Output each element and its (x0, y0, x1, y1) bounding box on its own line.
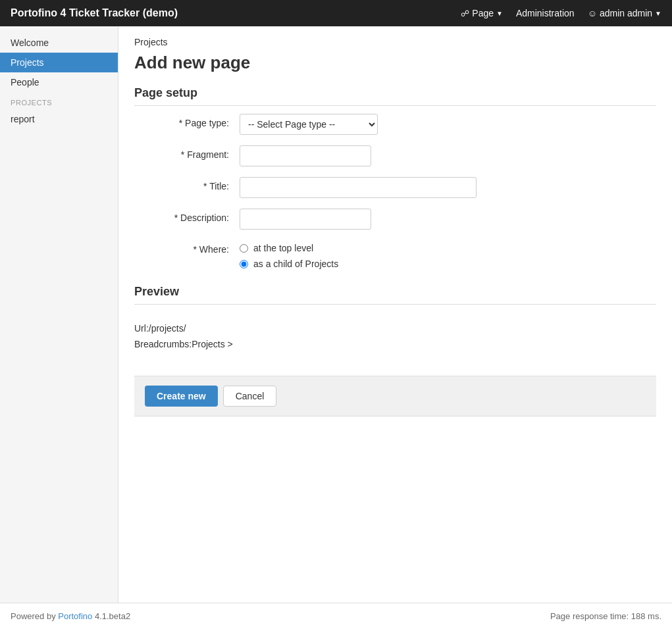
preview-title: Preview (134, 285, 656, 305)
action-bar: Create new Cancel (134, 376, 656, 416)
title-label: * Title: (134, 177, 240, 191)
preview-url-label: Url: (134, 323, 149, 334)
content-area: Projects Add new page Page setup * Page … (118, 26, 672, 603)
sidebar-item-projects[interactable]: Projects (0, 53, 118, 72)
footer-portofino-link[interactable]: Portofino (58, 611, 92, 621)
description-label: * Description: (134, 209, 240, 223)
where-child-option[interactable]: as a child of Projects (240, 259, 338, 269)
form-group-title: * Title: (134, 177, 656, 198)
title-input[interactable] (240, 177, 477, 198)
where-label: * Where: (134, 240, 240, 255)
breadcrumb: Projects (134, 37, 656, 47)
sidebar-section-projects: PROJECTS (0, 92, 118, 109)
preview-breadcrumbs-value: Projects > (192, 339, 233, 349)
preview-section: Preview Url:/projects/ Breadcrumbs:Proje… (134, 285, 656, 370)
page-title: Add new page (134, 53, 656, 73)
form-group-fragment: * Fragment: (134, 145, 656, 166)
page-menu-label: Page (472, 8, 494, 18)
page-menu-caret: ▼ (496, 10, 503, 17)
footer-powered-by: Powered by (11, 611, 58, 621)
sidebar: Welcome Projects People PROJECTS report (0, 26, 118, 603)
sidebar-item-report[interactable]: report (0, 109, 118, 129)
user-menu[interactable]: ☺ admin admin ▼ (588, 8, 661, 18)
page-menu[interactable]: ☍ Page ▼ (461, 8, 503, 18)
fragment-label: * Fragment: (134, 145, 240, 160)
form-group-where: * Where: at the top level as a child of … (134, 240, 656, 269)
where-child-radio[interactable] (240, 260, 248, 268)
page-type-label: * Page type: (134, 114, 240, 128)
where-radio-group: at the top level as a child of Projects (240, 240, 338, 269)
section-title-setup: Page setup (134, 86, 656, 106)
where-top-level-radio[interactable] (240, 244, 248, 253)
description-input[interactable] (240, 209, 371, 230)
page-icon: ☍ (461, 9, 469, 18)
cancel-button[interactable]: Cancel (223, 386, 277, 407)
preview-breadcrumbs-label: Breadcrumbs: (134, 339, 192, 349)
user-label: admin admin (600, 8, 652, 18)
user-menu-caret: ▼ (655, 10, 661, 17)
preview-url-row: Url:/projects/ (134, 323, 656, 334)
administration-link[interactable]: Administration (516, 8, 575, 18)
where-top-level-label: at the top level (253, 243, 313, 253)
sidebar-item-welcome[interactable]: Welcome (0, 33, 118, 53)
where-child-label: as a child of Projects (253, 259, 338, 269)
app-title: Portofino 4 Ticket Tracker (demo) (11, 7, 461, 19)
form-group-description: * Description: (134, 209, 656, 230)
page-type-select[interactable]: -- Select Page type -- Crud Chart Text R… (240, 114, 378, 135)
footer-version: 4.1.beta2 (92, 611, 130, 621)
where-top-level-option[interactable]: at the top level (240, 243, 338, 253)
administration-label: Administration (516, 8, 575, 18)
form-group-page-type: * Page type: -- Select Page type -- Crud… (134, 114, 656, 135)
user-icon: ☺ (588, 8, 597, 18)
preview-breadcrumbs-row: Breadcrumbs:Projects > (134, 339, 656, 349)
main-layout: Welcome Projects People PROJECTS report … (0, 26, 672, 603)
navbar-items: ☍ Page ▼ Administration ☺ admin admin ▼ (461, 8, 661, 18)
preview-url-value: /projects/ (149, 323, 186, 334)
footer-powered: Powered by Portofino 4.1.beta2 (11, 611, 130, 621)
navbar: Portofino 4 Ticket Tracker (demo) ☍ Page… (0, 0, 672, 26)
create-new-button[interactable]: Create new (145, 386, 218, 407)
fragment-input[interactable] (240, 145, 371, 166)
preview-content: Url:/projects/ Breadcrumbs:Projects > (134, 313, 656, 370)
footer-response-time: Page response time: 188 ms. (550, 611, 661, 621)
footer: Powered by Portofino 4.1.beta2 Page resp… (0, 603, 672, 629)
sidebar-item-people[interactable]: People (0, 72, 118, 92)
